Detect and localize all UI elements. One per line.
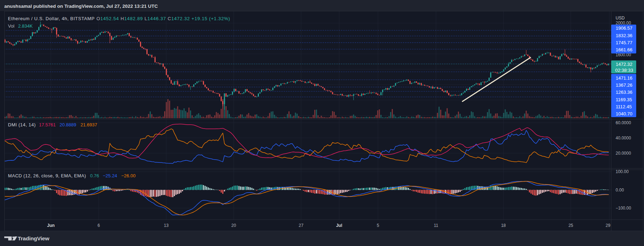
svg-text:100.00: 100.00 [616, 169, 629, 174]
svg-text:1471.16: 1471.16 [616, 75, 632, 81]
svg-text:25: 25 [568, 223, 573, 228]
svg-text:1263.36: 1263.36 [616, 90, 632, 95]
svg-text:0.76: 0.76 [90, 173, 99, 178]
svg-text:18: 18 [501, 223, 506, 228]
svg-text:5: 5 [377, 223, 379, 228]
svg-text:USD: USD [616, 16, 625, 21]
svg-text:TradingView: TradingView [18, 235, 50, 241]
svg-text:11: 11 [434, 223, 438, 228]
svg-text:Jul: Jul [336, 223, 342, 228]
svg-text:1661.66: 1661.66 [616, 47, 632, 52]
svg-text:1472.32: 1472.32 [616, 62, 632, 67]
svg-text:13: 13 [164, 223, 169, 228]
svg-text:1745.77: 1745.77 [616, 40, 632, 45]
svg-text:anushsamal published on Tradin: anushsamal published on TradingView.com,… [4, 4, 158, 9]
svg-text:20.0000: 20.0000 [616, 151, 631, 156]
svg-text:−25.24: −25.24 [103, 173, 117, 178]
svg-text:MACD (12, 26, close, 9, EMA, E: MACD (12, 26, close, 9, EMA, EMA) [8, 173, 86, 178]
svg-text:O1452.54 H1482.89 L1446.37 C14: O1452.54 H1482.89 L1446.37 C1472.32 +19.… [96, 16, 230, 21]
svg-text:02:38:33: 02:38:33 [615, 68, 633, 73]
svg-text:1169.35: 1169.35 [616, 97, 632, 102]
svg-text:29: 29 [606, 223, 611, 228]
svg-text:DMI (14, 14): DMI (14, 14) [8, 122, 36, 127]
svg-text:1367.26: 1367.26 [616, 82, 632, 88]
svg-text:1112.45: 1112.45 [616, 104, 632, 109]
svg-text:−100.00: −100.00 [616, 206, 631, 211]
svg-text:0.00: 0.00 [616, 188, 624, 193]
svg-text:40.0000: 40.0000 [616, 136, 631, 141]
svg-text:Vol: Vol [8, 23, 15, 29]
svg-text:27: 27 [299, 223, 304, 228]
svg-text:20.8889: 20.8889 [60, 122, 76, 127]
svg-text:20: 20 [231, 223, 236, 228]
svg-text:1832.36: 1832.36 [616, 33, 632, 38]
svg-text:Jun: Jun [47, 223, 55, 228]
svg-text:2.834K: 2.834K [18, 23, 33, 29]
svg-text:6: 6 [98, 223, 100, 228]
svg-text:1040.70: 1040.70 [616, 111, 632, 116]
svg-text:17.5761: 17.5761 [39, 122, 56, 127]
svg-text:1906.57: 1906.57 [616, 25, 632, 31]
svg-text:60.0000: 60.0000 [616, 120, 631, 125]
svg-text:21.6937: 21.6937 [80, 122, 97, 127]
svg-text:Ethereum / U.S. Dollar, 4h, BI: Ethereum / U.S. Dollar, 4h, BITSTAMP [8, 16, 95, 21]
svg-text:−26.00: −26.00 [121, 173, 135, 178]
